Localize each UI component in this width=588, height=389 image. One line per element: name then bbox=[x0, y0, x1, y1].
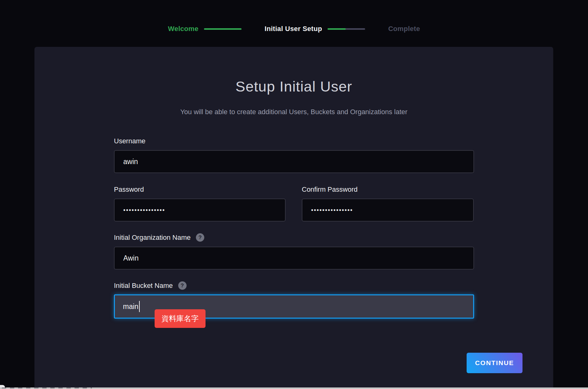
stepper-step-welcome[interactable]: Welcome bbox=[168, 25, 242, 33]
setup-stepper: Welcome Initial User Setup Complete bbox=[0, 25, 588, 33]
organization-help-icon[interactable]: ? bbox=[196, 233, 204, 242]
confirm-password-input[interactable] bbox=[302, 199, 474, 221]
confirm-password-label-text: Confirm Password bbox=[302, 186, 358, 194]
stepper-step-welcome-label: Welcome bbox=[168, 25, 198, 33]
stepper-step-complete[interactable]: Complete bbox=[388, 25, 420, 33]
stepper-progress-line-welcome bbox=[204, 28, 242, 30]
bucket-annotation-tooltip: 資料庫名字 bbox=[155, 309, 206, 328]
confirm-password-label: Confirm Password bbox=[302, 185, 358, 194]
setup-card: Setup Initial User You will be able to c… bbox=[34, 47, 553, 389]
stepper-step-complete-label: Complete bbox=[388, 25, 420, 33]
username-input[interactable] bbox=[114, 150, 474, 173]
stepper-progress-line-initial-user-setup bbox=[328, 28, 365, 30]
bottom-edge-strip bbox=[0, 387, 588, 389]
organization-label-text: Initial Organization Name bbox=[114, 234, 191, 242]
bucket-label-text: Initial Bucket Name bbox=[114, 282, 173, 290]
password-label: Password bbox=[114, 185, 144, 194]
stepper-step-initial-user-setup[interactable]: Initial User Setup bbox=[265, 25, 365, 33]
bucket-label: Initial Bucket Name ? bbox=[114, 281, 187, 290]
username-label-text: Username bbox=[114, 137, 145, 145]
stepper-step-initial-user-setup-label: Initial User Setup bbox=[265, 25, 322, 33]
username-label: Username bbox=[114, 137, 145, 145]
organization-label: Initial Organization Name ? bbox=[114, 233, 204, 242]
password-input[interactable] bbox=[114, 199, 286, 221]
password-label-text: Password bbox=[114, 186, 144, 194]
continue-button[interactable]: CONTINUE bbox=[467, 353, 522, 373]
bucket-help-icon[interactable]: ? bbox=[178, 281, 187, 290]
bottom-edge-marks bbox=[2, 387, 92, 388]
organization-input[interactable] bbox=[114, 247, 474, 270]
text-cursor bbox=[139, 301, 140, 312]
initial-user-form: Username Password Confirm Password Initi… bbox=[114, 47, 474, 389]
bucket-input-value: main bbox=[123, 302, 138, 311]
